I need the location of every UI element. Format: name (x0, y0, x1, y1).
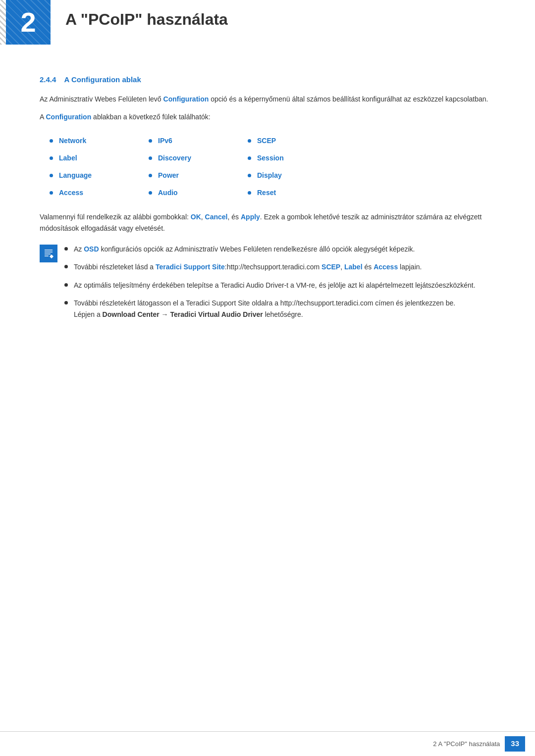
note-item-1: Az OSD konfigurációs opciók az Adminiszt… (64, 244, 495, 254)
buttons-text-pre: Valamennyi fül rendelkezik az alábbi gom… (40, 213, 191, 221)
tab-label-display: Display (257, 170, 282, 181)
section-number: 2.4.4 (40, 75, 56, 84)
tab-item-display: Display (248, 167, 347, 184)
tab-bullet (149, 139, 152, 143)
pencil-icon (43, 248, 54, 259)
ok-button-ref: OK (191, 213, 201, 221)
intro-text-1a: Az Adminisztratív Webes Felületen levő (40, 95, 163, 103)
tabs-list: Network IPv6 SCEP Label Discovery Sess (50, 132, 495, 202)
buttons-text-mid2: , és (228, 213, 241, 221)
tab-item-session: Session (248, 150, 347, 167)
tab-bullet (149, 156, 152, 160)
tab-item-network: Network (50, 132, 149, 150)
tab-item-power: Power (149, 167, 248, 184)
intro-text-2b: ablakban a következő fülek találhatók: (91, 113, 211, 121)
download-center-bold: Download Center → Teradici Virtual Audio… (103, 310, 263, 318)
tab-item-access: Access (50, 184, 149, 202)
tab-label-ipv6: IPv6 (158, 136, 172, 146)
scep-bold: SCEP (321, 263, 340, 271)
tab-item-reset: Reset (248, 184, 347, 202)
header-stripe-decoration (0, 0, 6, 45)
section-heading: 2.4.4 A Configuration ablak (40, 74, 495, 86)
note-text-2: További részleteket lásd a Teradici Supp… (74, 261, 495, 272)
note-item-3: Az optimális teljesítmény érdekében tele… (64, 280, 495, 291)
svg-rect-1 (45, 252, 53, 252)
page-number: 33 (511, 739, 519, 748)
tab-item-audio: Audio (149, 184, 248, 202)
intro-paragraph-1: Az Adminisztratív Webes Felületen levő C… (40, 94, 495, 104)
tab-item-discovery: Discovery (149, 150, 248, 167)
tab-label-language: Language (59, 170, 92, 181)
tab-bullet (50, 139, 53, 143)
osd-bold: OSD (84, 245, 99, 253)
chapter-number-block: 2 (6, 0, 51, 45)
note-icon-inner (40, 245, 57, 262)
footer-text: 2 A "PCoIP" használata (433, 739, 500, 749)
tab-label-access: Access (59, 188, 83, 198)
note-bullet-dot-3 (64, 283, 68, 287)
config-link-2: Configuration (46, 113, 91, 121)
page-wrapper: 2 A "PCoIP" használata 2.4.4 A Configura… (0, 0, 535, 756)
chapter-header: 2 A "PCoIP" használata (0, 0, 535, 54)
note-section: Az OSD konfigurációs opciók az Adminiszt… (40, 244, 495, 327)
cancel-button-ref: Cancel (205, 213, 228, 221)
tab-bullet (248, 174, 251, 177)
note-text-1: Az OSD konfigurációs opciók az Adminiszt… (74, 244, 495, 254)
tab-bullet (149, 191, 152, 195)
tab-bullet (248, 156, 251, 160)
chapter-number: 2 (20, 1, 36, 43)
note-bullet-dot-1 (64, 247, 68, 251)
svg-rect-2 (45, 253, 51, 254)
note-item-2: További részleteket lásd a Teradici Supp… (64, 261, 495, 272)
tab-bullet (248, 191, 251, 195)
tab-label-audio: Audio (158, 188, 178, 198)
tab-item-scep: SCEP (248, 132, 347, 150)
note-text-4: További részletekért látogasson el a Ter… (74, 298, 495, 320)
tab-bullet (248, 139, 251, 143)
tab-bullet (50, 174, 53, 177)
tab-label-scep: SCEP (257, 136, 276, 146)
note-text-3: Az optimális teljesítmény érdekében tele… (74, 280, 495, 291)
label-bold: Label (344, 263, 363, 271)
tab-item-label: Label (50, 150, 149, 167)
tab-item-ipv6: IPv6 (149, 132, 248, 150)
note-item-4: További részletekért látogasson el a Ter… (64, 298, 495, 320)
page-number-box: 33 (505, 736, 525, 752)
teradici-support-bold: Teradici Support Site (156, 263, 225, 271)
svg-marker-3 (50, 254, 54, 258)
page-footer: 2 A "PCoIP" használata 33 (0, 731, 535, 756)
section-title: A Configuration ablak (64, 75, 141, 84)
tab-bullet (149, 174, 152, 177)
note-bullets-container: Az OSD konfigurációs opciók az Adminiszt… (64, 244, 495, 327)
buttons-text-mid1: , (201, 213, 205, 221)
note-icon-container (40, 245, 59, 264)
tab-label-label: Label (59, 153, 77, 163)
config-link-1: Configuration (163, 95, 209, 103)
buttons-paragraph: Valamennyi fül rendelkezik az alábbi gom… (40, 211, 495, 234)
intro-text-1b: opció és a képernyőmenü által számos beá… (209, 95, 488, 103)
svg-rect-0 (45, 250, 53, 251)
note-bullet-dot-4 (64, 301, 68, 304)
tab-label-network: Network (59, 136, 86, 146)
tab-item-language: Language (50, 167, 149, 184)
main-content: 2.4.4 A Configuration ablak Az Adminiszt… (0, 74, 535, 327)
tab-bullet (50, 156, 53, 160)
access-bold: Access (374, 263, 398, 271)
svg-rect-4 (45, 255, 49, 256)
chapter-title: A "PCoIP" használata (51, 0, 228, 29)
apply-button-ref: Apply (241, 213, 260, 221)
tab-label-power: Power (158, 170, 179, 181)
note-bullet-dot-2 (64, 265, 68, 268)
intro-text-2-pre: A (40, 113, 46, 121)
intro-paragraph-2: A Configuration ablakban a következő fül… (40, 111, 495, 122)
tab-label-session: Session (257, 153, 284, 163)
tab-bullet (50, 191, 53, 195)
tab-label-reset: Reset (257, 188, 276, 198)
tab-label-discovery: Discovery (158, 153, 191, 163)
